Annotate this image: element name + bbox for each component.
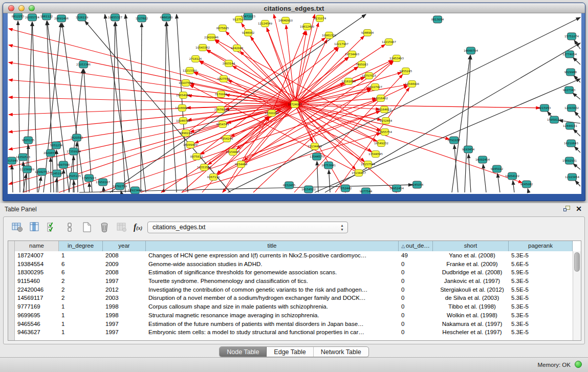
table-cell[interactable]: 0 [399,286,433,294]
column-header-short[interactable]: short [433,241,509,251]
edge[interactable] [74,181,74,192]
graph-node-teal[interactable]: 9097588 [57,161,70,168]
edge[interactable] [274,14,295,104]
table-cell[interactable]: 5.3E-5 [509,277,573,286]
graph-node-teal[interactable]: 12774054 [562,51,577,58]
graph-node-yellow[interactable]: 9242848 [231,45,244,52]
table-cell[interactable]: 2008 [103,251,146,260]
table-cell[interactable]: 18724007 [15,251,59,260]
graph-node-yellow[interactable]: 9152454 [380,118,393,124]
graph-node-teal[interactable]: 16210643 [564,140,578,147]
window-titlebar[interactable]: citations_edges.txt [3,3,585,13]
table-cell[interactable]: 6 [59,268,103,277]
table-cell[interactable]: Tourette syndrome. Phenomenology and cla… [146,277,399,286]
graph-node-teal[interactable]: 9227343 [563,86,576,94]
edge[interactable] [513,181,514,192]
graph-node-yellow[interactable]: 12215987 [382,39,396,46]
table-cell[interactable]: 1 [59,311,103,320]
graph-node-yellow[interactable]: 12217987 [334,41,349,48]
graph-node-yellow[interactable]: 8131074 [314,15,326,22]
graph-node-yellow[interactable]: 19166829 [175,105,189,112]
graph-node-yellow[interactable]: 10961339 [322,32,336,39]
edge[interactable] [497,173,500,192]
graph-node-teal[interactable]: 20206576 [43,149,58,157]
table-cell[interactable]: 1997 [103,277,146,286]
column-header-name[interactable]: name [15,241,59,251]
edge[interactable] [574,146,580,152]
graph-node-teal[interactable]: 12103454 [565,173,579,181]
table-cell[interactable]: Franke et al. (2009) [433,260,509,269]
edge[interactable] [32,22,37,192]
graph-node-yellow[interactable]: 10157544 [361,161,375,168]
graph-node-yellow[interactable]: 9455245 [400,68,412,75]
column-header-pagerank[interactable]: pagerank [509,241,573,251]
scrollbar-thumb[interactable] [574,252,580,272]
table-cell[interactable]: 5.3E-5 [509,320,573,329]
edge[interactable] [141,23,142,192]
table-cell[interactable]: 0 [399,294,433,302]
edge[interactable] [116,22,125,192]
table-cell[interactable]: Genome-wide association studies in ADHD. [146,260,399,269]
graph-node-teal[interactable]: 8813054 [431,16,444,23]
edge[interactable] [573,129,580,136]
table-cell[interactable]: Yano et al. (2008) [433,251,509,260]
table-cell[interactable]: 0 [399,260,433,269]
graph-node-teal[interactable]: 11156869 [20,166,34,173]
table-cell[interactable]: Estimation of the future numbers of pati… [146,320,399,329]
table-cell[interactable]: 6 [59,260,103,269]
table-cell[interactable]: 0 [399,328,433,337]
edge[interactable] [573,57,580,64]
table-cell[interactable]: 18300295 [15,268,59,277]
table-cell[interactable]: 1 [59,251,103,260]
edge[interactable] [528,189,529,192]
column-header-in_degree[interactable]: in_degree [59,241,103,251]
table-cell[interactable]: 1997 [103,320,146,329]
graph-node-teal[interactable]: 10954122 [505,172,519,180]
graph-node-teal[interactable]: 10952454 [389,185,404,192]
graph-node-yellow[interactable]: 19654985 [176,92,190,99]
table-cell[interactable]: 2012 [103,286,146,294]
table-cell[interactable]: 9777169 [15,302,59,311]
table-options-icon[interactable] [10,220,25,234]
graph-node-yellow[interactable]: 8427552 [217,76,230,82]
graph-node-teal[interactable]: 16753641 [321,162,336,169]
graph-node-teal[interactable]: 15692931 [562,157,577,164]
table-cell[interactable]: Wolkin et al. (1998) [433,311,509,320]
table-cell[interactable]: 5.3E-5 [509,294,573,302]
graph-node-yellow[interactable]: 12124549 [258,20,272,27]
edge[interactable] [575,112,580,118]
edge[interactable] [182,134,380,192]
float-panel-icon[interactable] [563,206,571,212]
function-builder-icon[interactable]: f(x) [134,223,142,232]
graph-node-teal[interactable]: 20691406 [54,15,69,22]
graph-node-teal[interactable]: 1527602 [136,15,148,22]
table-cell[interactable]: 5.3E-5 [509,311,573,320]
edge[interactable] [38,177,41,192]
table-vertical-scrollbar[interactable] [573,251,581,340]
table-cell[interactable]: 14569117 [15,294,59,302]
table-cell[interactable]: Estimation of significance thresholds fo… [146,268,399,277]
table-cell[interactable]: 19384554 [15,260,59,269]
table-cell[interactable]: 1998 [103,302,146,311]
graph-node-yellow[interactable]: 16640910 [278,17,293,24]
graph-node-yellow[interactable]: 3170044 [215,91,228,98]
table-cell[interactable]: Structural magnetic resonance image aver… [146,311,399,320]
table-cell[interactable]: Corpus callosum shape and size in male p… [146,302,399,311]
table-row[interactable]: 946362711997Embryonic stem cells: a mode… [15,328,573,337]
table-cell[interactable]: Changes of HCN gene expression and I(f) … [146,251,399,260]
edge[interactable] [295,104,540,108]
graph-node-teal[interactable]: 9245082 [520,181,533,188]
table-cell[interactable]: 5.3E-5 [509,251,573,260]
table-cell[interactable]: de Silva et al. (2003) [433,294,509,302]
column-header-title[interactable]: title [146,241,399,251]
table-row[interactable]: 1938455462009Genome-wide association stu… [15,260,573,269]
graph-node-yellow[interactable]: 9498222 [180,130,192,137]
graph-node-yellow[interactable]: 16099489 [183,142,198,148]
table-row[interactable]: 1830029562008Estimation of significance … [15,268,573,277]
table-cell[interactable]: 0 [399,320,433,329]
graph-node-teal[interactable]: 5051234 [50,142,63,149]
tab-node-table[interactable]: Node Table [220,347,267,357]
edge[interactable] [56,178,57,192]
table-cell[interactable]: Embryonic stem cells: a model to study s… [146,328,399,337]
graph-node-teal[interactable]: 1861122 [40,13,53,20]
